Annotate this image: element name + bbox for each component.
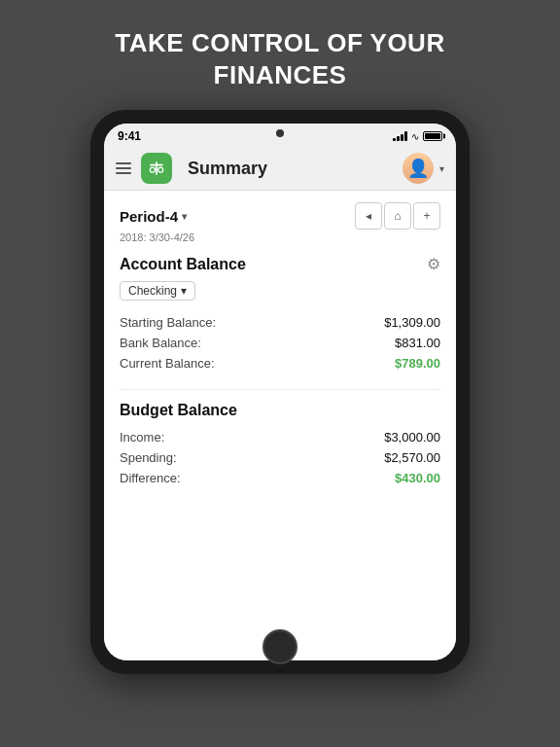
user-avatar[interactable]: 👤 <box>402 153 434 184</box>
tablet-frame: 9:41 ∿ <box>90 110 470 674</box>
app-logo <box>141 153 172 184</box>
battery-icon <box>423 131 442 141</box>
spending-row: Spending: $2,570.00 <box>120 447 440 468</box>
income-row: Income: $3,000.00 <box>120 427 440 447</box>
nav-bar: Summary 👤 ▾ <box>104 147 456 191</box>
starting-balance-label: Starting Balance: <box>120 315 216 330</box>
spending-value: $2,570.00 <box>384 450 440 465</box>
period-add-button[interactable]: + <box>413 202 440 230</box>
starting-balance-row: Starting Balance: $1,309.00 <box>120 312 440 333</box>
period-row: Period-4 ▾ ◂ ⌂ + <box>120 202 440 230</box>
budget-balance-title: Budget Balance <box>120 402 237 419</box>
period-label[interactable]: Period-4 ▾ <box>120 208 187 225</box>
period-dropdown-icon: ▾ <box>182 211 187 222</box>
period-home-button[interactable]: ⌂ <box>384 202 411 230</box>
bank-balance-label: Bank Balance: <box>120 336 201 350</box>
wifi-icon: ∿ <box>411 131 419 142</box>
nav-title: Summary <box>188 159 267 179</box>
difference-label: Difference: <box>120 471 181 485</box>
income-value: $3,000.00 <box>384 430 440 445</box>
bank-balance-value: $831.00 <box>395 336 440 350</box>
nav-left: Summary <box>116 153 267 184</box>
account-dropdown[interactable]: Checking ▾ <box>120 281 195 301</box>
svg-point-3 <box>158 167 163 172</box>
status-time: 9:41 <box>118 129 141 143</box>
hamburger-menu-button[interactable] <box>116 162 131 174</box>
home-button[interactable] <box>262 629 298 664</box>
status-bar: 9:41 ∿ <box>104 124 456 147</box>
app-screen: 9:41 ∿ <box>104 124 456 660</box>
period-date: 2018: 3/30-4/26 <box>120 231 440 243</box>
bank-balance-row: Bank Balance: $831.00 <box>120 333 440 353</box>
account-balance-header: Account Balance ⚙ <box>120 255 440 273</box>
account-balance-title: Account Balance <box>120 256 246 273</box>
account-balance-section: Starting Balance: $1,309.00 Bank Balance… <box>120 312 440 374</box>
difference-row: Difference: $430.00 <box>120 468 440 488</box>
headline: TAKE CONTROL OF YOUR FINANCES <box>115 27 444 90</box>
section-divider <box>120 389 440 390</box>
difference-value: $430.00 <box>395 471 440 485</box>
income-label: Income: <box>120 430 164 445</box>
spending-label: Spending: <box>120 450 177 465</box>
svg-point-2 <box>150 167 155 172</box>
avatar-chevron-icon[interactable]: ▾ <box>439 163 444 174</box>
nav-right: 👤 ▾ <box>402 153 444 184</box>
period-back-button[interactable]: ◂ <box>355 202 382 230</box>
account-settings-icon[interactable]: ⚙ <box>427 255 440 273</box>
current-balance-label: Current Balance: <box>120 356 215 371</box>
account-dropdown-icon: ▾ <box>181 284 187 298</box>
content-area: Period-4 ▾ ◂ ⌂ + 2018: 3/30-4/26 Account… <box>104 191 456 660</box>
current-balance-row: Current Balance: $789.00 <box>120 353 440 374</box>
starting-balance-value: $1,309.00 <box>384 315 440 330</box>
current-balance-value: $789.00 <box>395 356 440 371</box>
budget-balance-section: Budget Balance Income: $3,000.00 Spendin… <box>120 402 440 488</box>
status-icons: ∿ <box>393 131 442 142</box>
period-controls: ◂ ⌂ + <box>355 202 440 230</box>
budget-balance-header: Budget Balance <box>120 402 440 419</box>
signal-icon <box>393 131 407 141</box>
